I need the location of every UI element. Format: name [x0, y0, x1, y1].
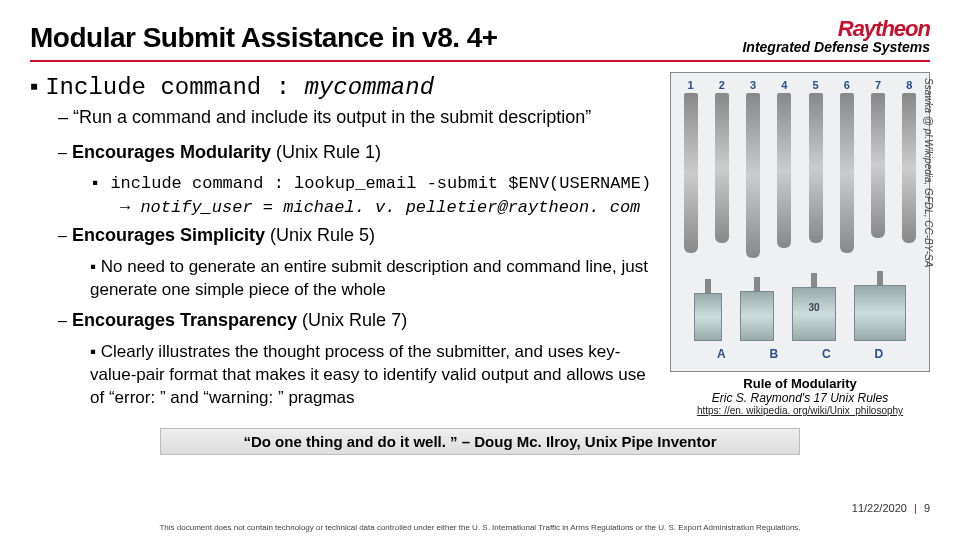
spade-icon	[740, 277, 774, 341]
spade-icon: 30	[792, 273, 836, 341]
footer-page: 9	[924, 502, 930, 514]
modularity-result: → notify_user = michael. v. pelletier@ra…	[120, 198, 660, 217]
bit-icon	[684, 93, 698, 253]
divider	[30, 60, 930, 62]
bit-icon	[871, 93, 885, 238]
sub-bullet-desc: – “Run a command and include its output …	[58, 107, 660, 128]
spade-icon	[694, 279, 722, 341]
logo-name: Raytheon	[742, 18, 930, 40]
main-bullet: ▪ Include command : mycommand	[30, 72, 660, 101]
bit-icon	[715, 93, 729, 243]
spade-icon	[854, 271, 906, 341]
logo-sub: Integrated Defense Systems	[742, 40, 930, 54]
drill-bits-figure: 12345678 30 ABCD	[670, 72, 930, 372]
simplicity-text: ▪ No need to generate an entire submit d…	[90, 256, 660, 302]
twist-bits	[675, 93, 925, 263]
bit-icon	[746, 93, 760, 258]
footer-sep: |	[914, 502, 917, 514]
body: ▪ Include command : mycommand – “Run a c…	[30, 72, 930, 416]
quote-box: “Do one thing and do it well. ” – Doug M…	[160, 428, 800, 455]
bullet-simplicity: –Encourages Simplicity (Unix Rule 5)	[58, 225, 660, 246]
disclaimer: This document does not contain technolog…	[0, 523, 960, 532]
wiki-link[interactable]: https: //en. wikipedia. org/wiki/Unix_ph…	[670, 405, 930, 416]
footer-date: 11/22/2020	[852, 502, 907, 514]
image-credit: Ssawka @ pl.Wikipedia, GFDL, CC-BY-SA	[923, 78, 934, 368]
bullet-modularity: –Encourages Modularity (Unix Rule 1)	[58, 142, 660, 163]
modularity-code: ▪ include command : lookup_email -submit…	[90, 173, 660, 196]
logo-block: Raytheon Integrated Defense Systems	[742, 18, 930, 54]
figure-column: 12345678 30 ABCD Ssawka @ pl.Wikipedia, …	[670, 72, 930, 416]
bit-icon	[809, 93, 823, 243]
content-left: ▪ Include command : mycommand – “Run a c…	[30, 72, 660, 416]
footer: 11/22/2020 | 9	[852, 502, 930, 514]
slide: Modular Submit Assistance in v8. 4+ Rayt…	[0, 0, 960, 540]
transparency-text: ▪ Clearly illustrates the thought proces…	[90, 341, 660, 410]
bit-icon	[902, 93, 916, 243]
figure-letters: ABCD	[675, 347, 925, 361]
bit-icon	[777, 93, 791, 248]
figure-nums: 12345678	[675, 79, 925, 91]
header: Modular Submit Assistance in v8. 4+ Rayt…	[30, 18, 930, 54]
spade-bits: 30	[675, 269, 925, 341]
slide-title: Modular Submit Assistance in v8. 4+	[30, 22, 498, 54]
bullet-transparency: –Encourages Transparency (Unix Rule 7)	[58, 310, 660, 331]
figure-caption: Rule of Modularity Eric S. Raymond's 17 …	[670, 376, 930, 416]
bit-icon	[840, 93, 854, 253]
